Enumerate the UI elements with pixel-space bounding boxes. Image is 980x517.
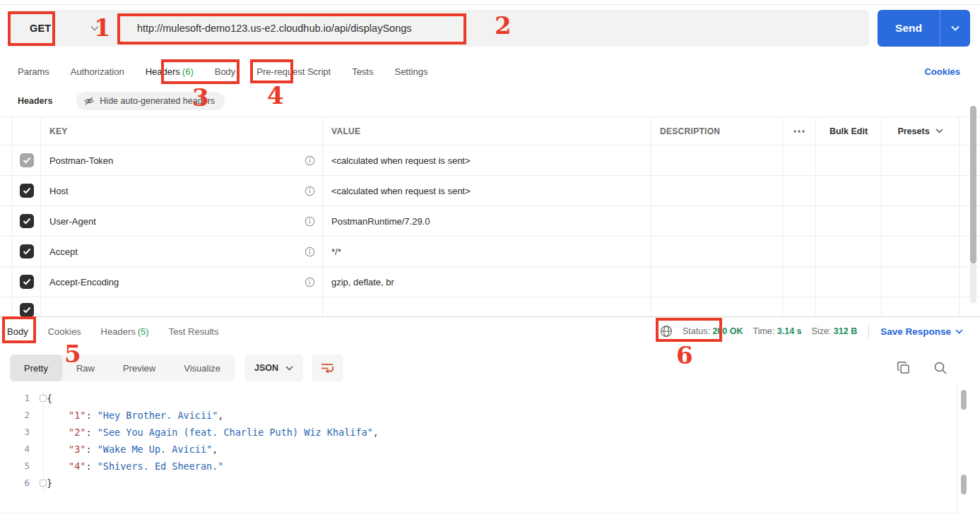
response-tab-test-results[interactable]: Test Results bbox=[169, 326, 219, 337]
cookies-link[interactable]: Cookies bbox=[924, 66, 960, 77]
response-meta: Status: 200 OK Time: 3.14 s Size: 312 B … bbox=[660, 325, 963, 338]
response-tab-body[interactable]: Body bbox=[7, 326, 28, 337]
header-value[interactable]: PostmanRuntime/7.29.0 bbox=[331, 216, 430, 227]
row-checkbox[interactable] bbox=[20, 303, 34, 317]
divider bbox=[868, 325, 869, 338]
tab-body[interactable]: Body bbox=[215, 66, 236, 77]
globe-icon[interactable] bbox=[660, 325, 673, 338]
status-badge: Status: 200 OK bbox=[683, 326, 743, 336]
request-panel-scrollbar[interactable] bbox=[970, 106, 976, 263]
request-url-bar: GET http://mulesoft-demo123.us-e2.cloudh… bbox=[10, 10, 970, 47]
header-value[interactable]: */* bbox=[331, 246, 341, 257]
url-input[interactable]: http://mulesoft-demo123.us-e2.cloudhub.i… bbox=[137, 23, 412, 34]
row-checkbox[interactable] bbox=[20, 214, 34, 228]
header-value[interactable]: <calculated when request is sent> bbox=[331, 186, 471, 196]
code-line: 1 { bbox=[0, 390, 980, 407]
presets-dropdown[interactable]: Presets bbox=[882, 117, 960, 145]
request-panel-scrollbar-track[interactable] bbox=[970, 263, 976, 303]
code-line: 3 "2": "See You Again (feat. Charlie Put… bbox=[0, 424, 980, 441]
code-line: 4 "3": "Wake Me Up. Avicii", bbox=[0, 441, 980, 458]
column-key: KEY bbox=[49, 126, 68, 136]
view-visualize-button[interactable]: Visualize bbox=[170, 355, 235, 381]
header-key[interactable]: Host bbox=[49, 186, 305, 196]
response-tab-cookies[interactable]: Cookies bbox=[48, 326, 81, 337]
search-button[interactable] bbox=[933, 360, 948, 376]
info-icon bbox=[305, 186, 315, 196]
tab-tests[interactable]: Tests bbox=[352, 66, 373, 77]
table-row-partial bbox=[0, 297, 980, 316]
row-checkbox[interactable] bbox=[20, 184, 34, 198]
table-row: User-Agent PostmanRuntime/7.29.0 bbox=[0, 206, 980, 237]
code-line: 5 "4": "Shivers. Ed Sheeran." bbox=[0, 458, 980, 475]
header-value[interactable]: <calculated when request is sent> bbox=[331, 155, 471, 166]
column-description: DESCRIPTION bbox=[660, 126, 720, 136]
header-key[interactable]: Postman-Token bbox=[49, 155, 305, 166]
tab-authorization[interactable]: Authorization bbox=[71, 66, 124, 77]
row-checkbox[interactable] bbox=[20, 244, 34, 258]
send-options-button[interactable] bbox=[940, 10, 970, 47]
check-icon bbox=[23, 218, 31, 225]
tab-headers[interactable]: Headers(6) bbox=[146, 66, 194, 77]
headers-section-bar: Headers Hide auto-generated headers bbox=[0, 90, 980, 112]
view-pretty-button[interactable]: Pretty bbox=[10, 355, 62, 381]
wrap-lines-button[interactable] bbox=[312, 355, 343, 381]
chevron-down-icon bbox=[955, 329, 963, 334]
tab-params[interactable]: Params bbox=[18, 66, 49, 77]
chevron-down-icon bbox=[90, 25, 99, 31]
wrap-lines-icon bbox=[320, 362, 334, 374]
top-divider bbox=[0, 0, 980, 5]
row-checkbox[interactable] bbox=[20, 153, 34, 167]
header-key[interactable]: Accept-Encoding bbox=[49, 277, 305, 287]
response-panel-divider bbox=[957, 381, 957, 513]
send-button-label[interactable]: Send bbox=[878, 10, 940, 47]
format-dropdown[interactable]: JSON bbox=[244, 355, 303, 381]
save-response-button[interactable]: Save Response bbox=[880, 326, 963, 337]
fold-marker-icon[interactable] bbox=[40, 480, 47, 487]
bulk-edit-button[interactable]: Bulk Edit bbox=[816, 117, 882, 145]
request-tabs: Params Authorization Headers(6) Body Pre… bbox=[18, 59, 960, 83]
chevron-down-icon bbox=[285, 366, 293, 371]
info-icon bbox=[305, 155, 315, 166]
chevron-down-icon bbox=[935, 129, 943, 133]
copy-button[interactable] bbox=[896, 360, 911, 376]
hide-auto-generated-headers-toggle[interactable]: Hide auto-generated headers bbox=[76, 92, 225, 110]
response-body-scrollbar[interactable] bbox=[961, 390, 967, 410]
view-raw-button[interactable]: Raw bbox=[62, 355, 109, 381]
tab-settings[interactable]: Settings bbox=[394, 66, 427, 77]
headers-table: KEY VALUE DESCRIPTION Bulk Edit Presets … bbox=[0, 117, 980, 316]
copy-icon bbox=[897, 361, 911, 375]
info-icon bbox=[305, 246, 315, 257]
bottom-divider bbox=[0, 513, 957, 513]
response-tab-headers[interactable]: Headers(5) bbox=[101, 326, 149, 337]
info-icon bbox=[305, 216, 315, 227]
header-key[interactable]: Accept bbox=[49, 246, 305, 257]
table-row: Accept-Encoding gzip, deflate, br bbox=[0, 267, 980, 297]
page-scrollbar[interactable] bbox=[961, 475, 967, 494]
table-row: Host <calculated when request is sent> bbox=[0, 176, 980, 206]
view-preview-button[interactable]: Preview bbox=[109, 355, 170, 381]
table-row: Postman-Token <calculated when request i… bbox=[0, 145, 980, 176]
more-options-button[interactable] bbox=[783, 117, 816, 145]
view-mode-switcher: Pretty Raw Preview Visualize bbox=[10, 355, 235, 381]
column-value: VALUE bbox=[331, 126, 360, 136]
header-key[interactable]: User-Agent bbox=[49, 216, 305, 227]
method-label: GET bbox=[30, 23, 51, 34]
tab-pre-request-script[interactable]: Pre-request Script bbox=[256, 66, 331, 77]
code-line: 2 "1": "Hey Brother. Avicii", bbox=[0, 407, 980, 424]
check-icon bbox=[23, 157, 31, 164]
header-value[interactable]: gzip, deflate, br bbox=[331, 277, 394, 287]
code-line: 6 } bbox=[0, 475, 980, 492]
send-button[interactable]: Send bbox=[878, 10, 970, 47]
response-body-toolbar: Pretty Raw Preview Visualize JSON bbox=[10, 355, 970, 381]
check-icon bbox=[23, 278, 31, 285]
time-badge: Time: 3.14 s bbox=[753, 326, 802, 336]
fold-marker-icon[interactable] bbox=[40, 395, 47, 402]
table-row: Accept */* bbox=[0, 237, 980, 267]
method-selector[interactable]: GET bbox=[10, 10, 126, 47]
headers-count-badge: (6) bbox=[182, 66, 194, 77]
response-panel: Body Cookies Headers(5) Test Results Sta… bbox=[0, 316, 980, 492]
size-badge: Size: 312 B bbox=[812, 326, 858, 336]
row-checkbox[interactable] bbox=[20, 275, 34, 289]
ellipsis-icon bbox=[793, 129, 805, 133]
search-icon bbox=[933, 361, 947, 375]
